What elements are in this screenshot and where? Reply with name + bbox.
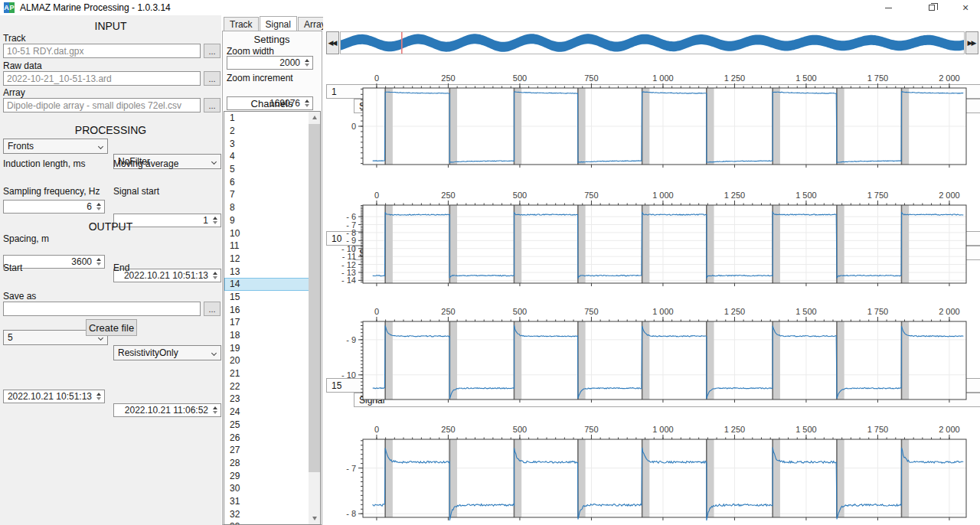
scroll-down-icon[interactable] (309, 513, 320, 524)
channel-item[interactable]: 12 (224, 253, 320, 266)
output-mode-value: ResistivityOnly (118, 347, 178, 358)
raw-data-browse-button[interactable]: ... (204, 71, 220, 86)
scroll-left-button[interactable]: ◀◀ (326, 31, 339, 54)
close-button[interactable]: × (952, 0, 978, 15)
channel-item[interactable]: 30 (224, 482, 320, 495)
save-as-browse-button[interactable]: ... (204, 302, 220, 316)
channel-scrollbar[interactable] (309, 112, 320, 524)
channel-item[interactable]: 26 (224, 431, 320, 444)
zoom-width-label: Zoom width (227, 46, 274, 57)
channel-item[interactable]: 25 (224, 419, 320, 432)
processing-method-select[interactable]: Fronts (3, 139, 108, 154)
channel-item[interactable]: 4 (224, 150, 320, 163)
channel-item[interactable]: 10 (224, 227, 320, 240)
channel-item[interactable]: 28 (224, 457, 320, 470)
channel-item[interactable]: 11 (224, 240, 320, 253)
channel-item[interactable]: 6 (224, 175, 320, 188)
channel-item[interactable]: 3 (224, 137, 320, 150)
channel-item[interactable]: 16 (224, 303, 320, 316)
moving-average-label: Moving average (113, 158, 178, 169)
channel-item[interactable]: 17 (224, 316, 320, 329)
svg-text:2 000: 2 000 (939, 425, 960, 434)
channel-item[interactable]: 21 (224, 367, 320, 380)
svg-text:1 000: 1 000 (652, 73, 674, 83)
start-stepper[interactable]: 2022.10.21 10:51:13 (3, 390, 105, 403)
channel-item[interactable]: 9 (224, 214, 320, 227)
channel-item[interactable]: 13 (224, 265, 320, 278)
svg-text:0: 0 (374, 73, 379, 83)
channel-item[interactable]: 14 (224, 278, 320, 291)
channel-item[interactable]: 1 (224, 112, 320, 125)
svg-text:1 250: 1 250 (724, 425, 746, 434)
end-label: End (113, 262, 129, 273)
channel-item[interactable]: 18 (224, 329, 320, 342)
restore-button[interactable] (919, 0, 945, 15)
channel-item[interactable]: 23 (224, 393, 320, 406)
array-browse-button[interactable]: ... (204, 98, 220, 112)
chevron-down-icon (211, 159, 217, 165)
svg-text:1 500: 1 500 (795, 307, 817, 316)
output-mode-select[interactable]: ResistivityOnly (113, 345, 221, 360)
overview-strip[interactable] (340, 31, 965, 54)
end-stepper[interactable]: 2022.10.21 11:06:52 (113, 403, 221, 417)
svg-text:1 000: 1 000 (652, 425, 674, 434)
raw-data-field[interactable]: 2022-10-21_10-51-13.ard (3, 71, 201, 86)
scroll-right-button[interactable]: ▶▶ (965, 31, 978, 54)
signal-chart: 02505007501 0001 2501 5001 7502 000- 9- … (325, 306, 972, 404)
channel-item[interactable]: 24 (224, 406, 320, 419)
output-section-heading: OUTPUT (0, 220, 221, 233)
channel-item[interactable]: 27 (224, 444, 320, 457)
array-field[interactable]: Dipole-dipole array - small dipoles 72el… (3, 98, 201, 112)
track-field[interactable]: 10-51 RDY.dat.gpx (3, 44, 201, 58)
channel-item[interactable]: 29 (224, 469, 320, 482)
processing-section-heading: PROCESSING (0, 124, 221, 136)
create-file-button[interactable]: Create file (86, 319, 137, 336)
minimize-button[interactable] (875, 0, 901, 15)
double-right-arrow-icon: ▶▶ (968, 39, 975, 47)
spinner-arrows-icon[interactable] (93, 201, 103, 213)
channel-list[interactable]: 1234567891011121314151617181920212223242… (224, 111, 321, 525)
channel-item[interactable]: 33 (224, 520, 320, 525)
left-panel: INPUT Track 10-51 RDY.dat.gpx ... Raw da… (0, 15, 221, 525)
signal-start-value: 2022.10.21 10:51:13 (124, 270, 208, 281)
channel-item[interactable]: 8 (224, 201, 320, 214)
channel-item[interactable]: 20 (224, 354, 320, 367)
signal-start-label: Signal start (113, 186, 159, 197)
channel-item[interactable]: 5 (224, 163, 320, 176)
app-icon-letter-a: A (4, 2, 9, 13)
spacing-label: Spacing, m (3, 233, 49, 244)
scroll-up-icon[interactable] (309, 112, 320, 123)
svg-text:- 14: - 14 (341, 276, 356, 285)
tab-signal[interactable]: Signal (260, 16, 297, 31)
svg-text:750: 750 (584, 191, 598, 200)
svg-text:1 250: 1 250 (724, 191, 746, 200)
scrollbar-thumb[interactable] (309, 124, 320, 472)
channel-item[interactable]: 19 (224, 341, 320, 354)
zoom-width-stepper[interactable]: 2000 (227, 56, 313, 70)
save-as-field[interactable] (3, 302, 201, 316)
spinner-arrows-icon[interactable] (93, 256, 103, 268)
spinner-arrows-icon[interactable] (210, 269, 220, 282)
track-browse-button[interactable]: ... (204, 44, 220, 58)
channel-item[interactable]: 22 (224, 380, 320, 393)
channel-item[interactable]: 15 (224, 291, 320, 304)
svg-text:1 000: 1 000 (652, 307, 674, 316)
spinner-arrows-icon[interactable] (210, 404, 220, 416)
svg-text:1 750: 1 750 (867, 191, 889, 200)
spinner-arrows-icon[interactable] (302, 57, 312, 69)
signal-chart: 02505007501 0001 2501 5001 7502 000- 7- … (325, 424, 972, 522)
svg-text:0: 0 (374, 307, 379, 316)
induction-length-stepper[interactable]: 6 (3, 200, 105, 214)
tab-track[interactable]: Track (224, 17, 259, 31)
channel-item[interactable]: 7 (224, 188, 320, 201)
svg-text:250: 250 (441, 73, 455, 83)
channel-item[interactable]: 31 (224, 495, 320, 508)
start-value: 2022.10.21 10:51:13 (8, 391, 92, 402)
sampling-frequency-label: Sampling frequency, Hz (3, 186, 100, 197)
channel-item[interactable]: 32 (224, 507, 320, 520)
svg-text:- 9: - 9 (346, 335, 356, 344)
channel-item[interactable]: 2 (224, 125, 320, 138)
svg-text:- 7: - 7 (346, 464, 356, 473)
svg-text:0: 0 (374, 191, 379, 200)
spinner-arrows-icon[interactable] (93, 390, 103, 403)
